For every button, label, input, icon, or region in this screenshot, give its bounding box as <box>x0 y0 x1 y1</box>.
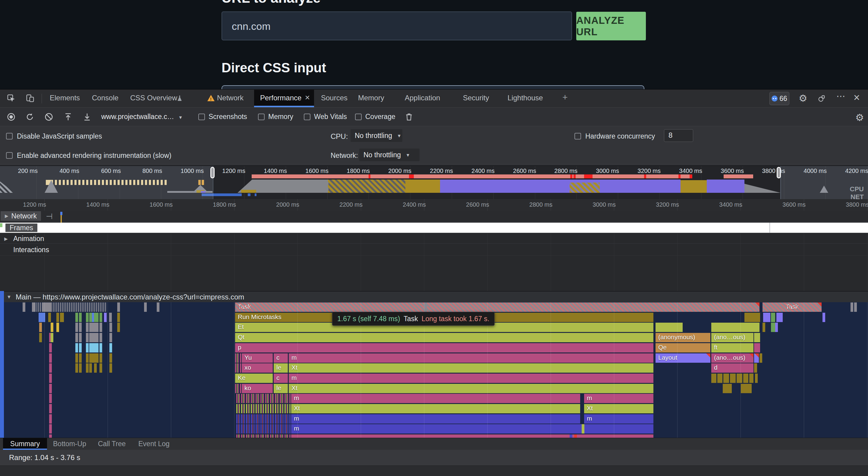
flame-bar-Xt[interactable]: Xt <box>291 404 580 413</box>
animation-track[interactable]: ▶ Animation <box>0 234 868 244</box>
inspect-icon[interactable] <box>7 94 16 103</box>
flame-bar-m[interactable]: m <box>291 414 580 423</box>
flame-bar[interactable] <box>717 374 722 383</box>
flame-bar-Qe[interactable]: Qe <box>655 343 710 352</box>
flame-bar[interactable] <box>89 343 92 352</box>
bottom-tab-bottom-up[interactable]: Bottom-Up <box>53 438 86 450</box>
flame-bar[interactable] <box>823 313 825 322</box>
flame-bar[interactable] <box>582 424 584 434</box>
disable-js-checkbox[interactable] <box>6 133 13 139</box>
frames-track[interactable]: Frames <box>0 223 868 233</box>
capture-settings-gear-icon[interactable]: ⚙ <box>855 112 864 123</box>
flame-bar[interactable] <box>744 313 760 322</box>
tab-application[interactable]: Application <box>405 94 440 102</box>
flame-bar[interactable] <box>56 313 59 322</box>
flame-bar[interactable] <box>89 313 92 322</box>
flame-bar-le[interactable]: le <box>274 384 288 393</box>
flame-bar-Qt[interactable]: Qt <box>235 333 653 342</box>
flame-bar[interactable] <box>723 374 729 383</box>
flame-bar[interactable] <box>235 353 242 363</box>
flame-bar-Xt[interactable]: Xt <box>289 384 653 393</box>
tab-elements[interactable]: Elements <box>50 94 80 102</box>
flame-bar[interactable] <box>89 353 92 363</box>
tab-performance[interactable]: Performance× <box>254 90 314 107</box>
flame-bar[interactable] <box>99 323 102 332</box>
flame-bar-Xt[interactable]: Xt <box>289 363 653 373</box>
dock-side-icon[interactable] <box>817 94 826 103</box>
track-resize-handle[interactable]: ⊣ <box>46 212 53 221</box>
tab-network[interactable]: Network <box>217 94 244 102</box>
flame-bar[interactable] <box>49 414 52 423</box>
flame-bar[interactable] <box>79 323 82 332</box>
flame-bar[interactable] <box>99 363 102 373</box>
flame-bar[interactable] <box>89 363 92 373</box>
analyze-url-button[interactable]: ANALYZE URL <box>576 12 646 40</box>
flame-bar[interactable] <box>236 424 290 434</box>
tab-console[interactable]: Console <box>92 94 119 102</box>
flame-bar-m[interactable]: m <box>289 374 653 383</box>
flame-bar-xo[interactable]: xo <box>242 363 273 373</box>
flame-bar[interactable] <box>780 313 783 322</box>
flame-bar-(anonymous)[interactable]: (anonymous) <box>655 333 710 342</box>
flame-bar[interactable] <box>79 363 82 373</box>
flame-bar-ft[interactable]: ft <box>711 343 753 352</box>
flame-bar[interactable] <box>49 394 52 403</box>
flame-bar-Layout[interactable]: Layout <box>655 353 710 363</box>
flame-bar[interactable] <box>49 363 52 373</box>
flame-bar[interactable] <box>291 435 653 438</box>
flame-bar[interactable] <box>49 384 52 393</box>
flame-bar[interactable] <box>737 374 742 383</box>
flame-bar[interactable] <box>117 323 120 332</box>
selection-handle-right[interactable] <box>777 167 781 178</box>
settings-gear-icon[interactable]: ⚙ <box>799 93 807 104</box>
clear-icon[interactable] <box>44 113 53 121</box>
close-tab-icon[interactable]: × <box>305 93 310 102</box>
flame-bar-Task[interactable]: Task <box>235 303 760 312</box>
flame-bar[interactable] <box>39 333 42 342</box>
flame-bar[interactable] <box>235 363 242 373</box>
flame-bar[interactable] <box>110 323 112 332</box>
more-options-icon[interactable]: ⋯ <box>836 91 845 101</box>
flame-bar[interactable] <box>236 414 290 423</box>
flame-bar[interactable] <box>42 313 45 322</box>
reload-record-icon[interactable] <box>25 113 34 121</box>
main-thread-header[interactable]: ▼ Main — https://www.projectwallace.com/… <box>0 291 868 302</box>
flame-bar-(ano…ous)[interactable]: (ano…ous) <box>711 333 753 342</box>
device-toolbar-icon[interactable] <box>26 94 35 103</box>
flame-bar[interactable] <box>96 353 98 363</box>
flame-bar[interactable] <box>711 374 716 383</box>
flame-bar[interactable] <box>23 303 25 312</box>
flame-bar-Ke[interactable]: Ke <box>235 374 273 383</box>
flame-bar[interactable] <box>760 353 762 363</box>
flame-bar[interactable] <box>51 323 53 332</box>
issues-badge[interactable]: 66 <box>770 92 789 105</box>
flame-bar[interactable] <box>39 323 42 332</box>
flame-bar-m[interactable]: m <box>584 394 653 403</box>
delete-recording-icon[interactable] <box>404 113 413 121</box>
close-devtools-icon[interactable]: × <box>854 91 860 104</box>
flame-bar[interactable] <box>96 323 98 332</box>
flame-bar[interactable] <box>49 404 52 413</box>
flame-bar[interactable] <box>49 343 52 352</box>
flame-bar[interactable] <box>49 353 52 363</box>
flame-bar[interactable] <box>56 323 59 332</box>
bottom-tab-event-log[interactable]: Event Log <box>138 438 170 450</box>
flame-bar[interactable] <box>99 313 102 322</box>
flame-bar[interactable] <box>109 313 112 322</box>
flame-bar[interactable] <box>741 384 752 393</box>
flame-bar[interactable] <box>775 323 778 332</box>
flame-bar[interactable] <box>75 363 78 373</box>
collapse-triangle-icon[interactable]: ▶ <box>5 213 8 219</box>
flame-bar[interactable] <box>86 353 89 363</box>
flame-bar[interactable] <box>89 323 92 332</box>
flame-bar[interactable] <box>86 333 89 342</box>
flame-bar-c[interactable]: c <box>274 353 288 363</box>
flame-bar[interactable] <box>75 353 78 363</box>
flame-bar[interactable] <box>574 435 577 438</box>
flame-bar[interactable] <box>99 333 102 342</box>
flame-bar[interactable] <box>32 303 35 312</box>
flame-bar[interactable] <box>79 343 82 352</box>
flame-bar-m[interactable]: m <box>584 414 653 423</box>
tab-css-overview[interactable]: CSS Overview <box>130 94 177 102</box>
flame-bar-Task[interactable]: Task <box>763 303 822 312</box>
